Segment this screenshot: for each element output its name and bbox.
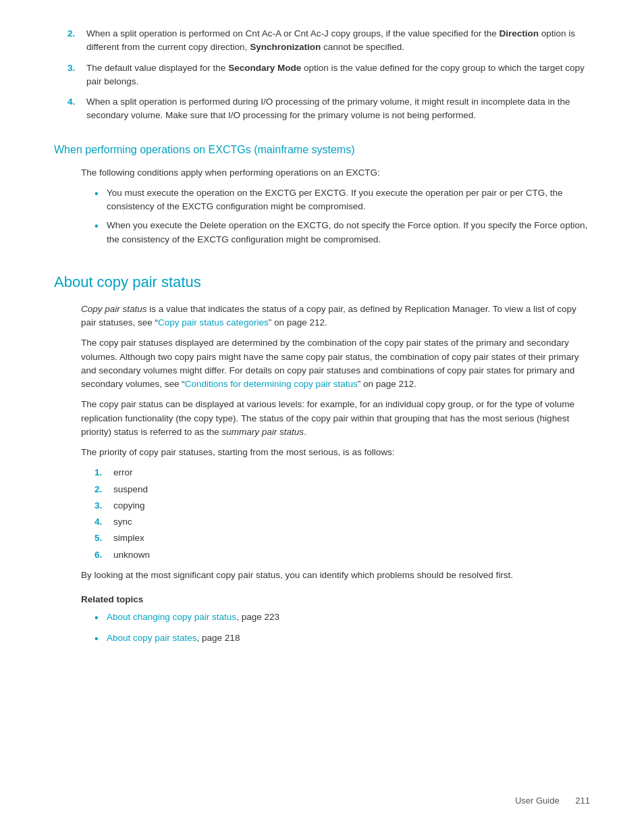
priority-list: 1. error 2. suspend 3. copying 4. sync 5… xyxy=(95,466,590,562)
exctg-section-body: The following conditions apply when perf… xyxy=(81,166,590,246)
related-topics-label: Related topics xyxy=(81,593,590,606)
exctg-bullet-2-text: When you execute the Delete operation on… xyxy=(107,219,590,246)
exctg-bullet-1-text: You must execute the operation on the EX… xyxy=(107,186,590,214)
num-3: 3. xyxy=(68,61,86,89)
priority-num-6: 6. xyxy=(95,548,113,562)
priority-item-5: 5. simplex xyxy=(95,531,590,545)
summary-pair-status-italic: summary pair status xyxy=(222,427,304,437)
link-conditions-determining[interactable]: Conditions for determining copy pair sta… xyxy=(185,379,358,389)
related-topic-1: • About changing copy pair status, page … xyxy=(95,610,590,625)
priority-item-4: 4. sync xyxy=(95,515,590,529)
bold-synchronization: Synchronization xyxy=(250,42,321,52)
exctg-bullet-list: • You must execute the operation on the … xyxy=(95,186,590,246)
related-bullet-dot-2: • xyxy=(95,631,107,646)
bold-direction: Direction xyxy=(500,28,539,38)
para1-text: is a value that indicates the status of … xyxy=(81,304,576,328)
priority-num-3: 3. xyxy=(95,499,113,513)
priority-num-1: 1. xyxy=(95,466,113,479)
item-2-content: When a split operation is performed on C… xyxy=(86,27,590,55)
footer: User Guide 211 xyxy=(515,794,590,808)
exctg-section-heading: When performing operations on EXCTGs (ma… xyxy=(54,142,590,158)
priority-item-1: 1. error xyxy=(95,466,590,479)
numbered-item-3: 3. The default value displayed for the S… xyxy=(68,61,590,89)
link-about-copy-pair-states[interactable]: About copy pair states xyxy=(107,633,197,643)
item-4-content: When a split operation is performed duri… xyxy=(86,95,590,123)
priority-item-6: 6. unknown xyxy=(95,548,590,562)
priority-text-5: simplex xyxy=(113,531,590,545)
related-topic-2-content: About copy pair states, page 218 xyxy=(107,631,590,646)
exctg-intro: The following conditions apply when perf… xyxy=(81,166,590,180)
footer-label: User Guide xyxy=(515,796,560,806)
footer-page-number: 211 xyxy=(575,796,590,806)
related-topics-list: • About changing copy pair status, page … xyxy=(95,610,590,646)
para3: The copy pair status can be displayed at… xyxy=(81,398,590,439)
para4: The priority of copy pair statuses, star… xyxy=(81,446,590,459)
numbered-item-2: 2. When a split operation is performed o… xyxy=(68,27,590,55)
exctg-bullet-1: • You must execute the operation on the … xyxy=(95,186,590,214)
para5: By looking at the most significant copy … xyxy=(81,569,590,582)
related-topic-1-content: About changing copy pair status, page 22… xyxy=(107,610,590,625)
priority-item-2: 2. suspend xyxy=(95,483,590,496)
numbered-item-4: 4. When a split operation is performed d… xyxy=(68,95,590,123)
exctg-bullet-2: • When you execute the Delete operation … xyxy=(95,219,590,246)
item-3-content: The default value displayed for the Seco… xyxy=(86,61,590,89)
para2: The copy pair statuses displayed are det… xyxy=(81,336,590,391)
related-bullet-dot-1: • xyxy=(95,610,107,625)
bullet-dot-1: • xyxy=(95,186,107,214)
priority-text-1: error xyxy=(113,466,590,479)
copy-pair-status-body: Copy pair status is a value that indicat… xyxy=(81,303,590,646)
bullet-dot-2: • xyxy=(95,219,107,246)
related-topic-2-suffix: , page 218 xyxy=(197,633,240,643)
copy-pair-status-heading: About copy pair status xyxy=(54,271,590,293)
bold-secondary-mode: Secondary Mode xyxy=(228,63,301,73)
priority-num-5: 5. xyxy=(95,531,113,545)
top-numbered-list: 2. When a split operation is performed o… xyxy=(68,27,590,123)
num-4: 4. xyxy=(68,95,86,123)
priority-num-4: 4. xyxy=(95,515,113,529)
priority-text-2: suspend xyxy=(113,483,590,496)
priority-text-3: copying xyxy=(113,499,590,513)
para1-text2: ” on page 212. xyxy=(269,317,327,328)
page: 2. When a split operation is performed o… xyxy=(0,0,644,834)
link-about-changing-copy-pair-status[interactable]: About changing copy pair status xyxy=(107,612,236,622)
priority-item-3: 3. copying xyxy=(95,499,590,513)
priority-num-2: 2. xyxy=(95,483,113,496)
related-topic-2: • About copy pair states, page 218 xyxy=(95,631,590,646)
link-copy-pair-status-categories[interactable]: Copy pair status categories xyxy=(158,317,269,328)
para1: Copy pair status is a value that indicat… xyxy=(81,303,590,330)
num-2: 2. xyxy=(68,27,86,55)
para1-italic: Copy pair status xyxy=(81,304,147,314)
priority-text-4: sync xyxy=(113,515,590,529)
priority-text-6: unknown xyxy=(113,548,590,562)
related-topic-1-suffix: , page 223 xyxy=(236,612,279,622)
